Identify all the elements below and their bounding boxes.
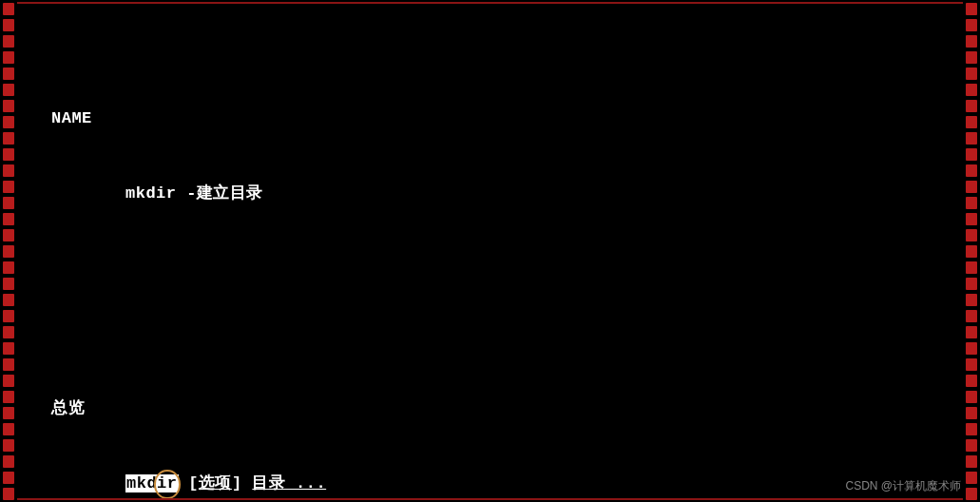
- border-line-top: [17, 2, 963, 4]
- man-page: NAME mkdir -建立目录 总览 mkdir [选项] 目录 ... PO…: [23, 7, 957, 495]
- border-dashes-left: [3, 0, 14, 502]
- synopsis-dirs-label: 目录 ...: [252, 474, 326, 492]
- synopsis-options-label: 选项: [199, 474, 232, 492]
- border-line-bottom: [17, 498, 963, 500]
- border-dashes-right: [966, 0, 977, 502]
- section-header-synopsis: 总览: [51, 396, 957, 421]
- cursor-ring-icon: ir: [157, 472, 177, 496]
- synopsis-line-1: mkdir [选项] 目录 ...: [125, 472, 957, 496]
- watermark: CSDN @计算机魔术师: [845, 478, 961, 494]
- section-header-name: NAME: [51, 106, 957, 131]
- name-line: mkdir -建立目录: [125, 182, 957, 206]
- synopsis-cmd-highlight: mkdir: [125, 474, 179, 492]
